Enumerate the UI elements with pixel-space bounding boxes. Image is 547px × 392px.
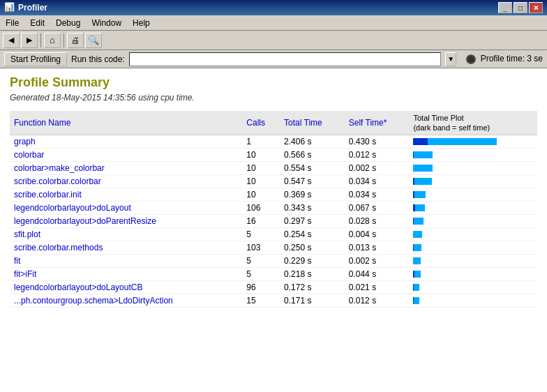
cell-selftime: 0.012 s bbox=[345, 149, 410, 162]
profile-table: Function Name Calls Total Time Self Time… bbox=[10, 111, 537, 308]
cell-funcname: ...ph.contourgroup.schema>LdoDirtyAction bbox=[10, 294, 242, 308]
run-code-label: Run this code: bbox=[71, 54, 125, 64]
home-button[interactable]: ⌂ bbox=[44, 33, 61, 48]
func-link[interactable]: scribe.colorbar.init bbox=[14, 190, 82, 199]
bar-self bbox=[413, 138, 428, 145]
th-selftime: Self Time* bbox=[345, 111, 410, 135]
profile-subtitle: Generated 18-May-2015 14:35:56 using cpu… bbox=[10, 93, 537, 103]
cell-funcname: scribe.colorbar.init bbox=[10, 188, 242, 202]
cell-calls: 103 bbox=[242, 241, 280, 255]
cell-funcname: graph bbox=[10, 135, 242, 149]
cell-selftime: 0.430 s bbox=[345, 135, 410, 149]
func-link[interactable]: scribe.colorbar.colorbar bbox=[14, 176, 101, 186]
func-link[interactable]: colorbar bbox=[14, 150, 44, 160]
cell-calls: 10 bbox=[242, 175, 280, 188]
menu-debug[interactable]: Debug bbox=[50, 17, 86, 29]
start-profiling-button[interactable]: Start Profiling bbox=[4, 52, 67, 66]
maximize-button[interactable]: □ bbox=[514, 2, 527, 13]
table-row: legendcolorbarlayout>doLayoutCB 96 0.172… bbox=[10, 281, 537, 294]
sort-totaltime[interactable]: Total Time bbox=[284, 118, 322, 128]
cell-funcname: legendcolorbarlayout>doLayout bbox=[10, 202, 242, 215]
cell-totaltime: 0.250 s bbox=[280, 241, 345, 255]
bar-self bbox=[413, 297, 414, 304]
cell-totaltime: 0.254 s bbox=[280, 228, 345, 241]
cell-selftime: 0.028 s bbox=[345, 215, 410, 228]
cell-bar bbox=[409, 188, 537, 202]
window-title: Profiler bbox=[18, 3, 498, 13]
cell-calls: 5 bbox=[242, 268, 280, 281]
bar-total bbox=[413, 244, 421, 251]
plot-header-label: Total Time Plot(dark band = self time) bbox=[413, 114, 490, 132]
sort-funcname[interactable]: Function Name bbox=[14, 118, 70, 128]
cell-calls: 10 bbox=[242, 188, 280, 202]
cell-selftime: 0.002 s bbox=[345, 255, 410, 268]
cell-funcname: fit>iFit bbox=[10, 268, 242, 281]
menu-file[interactable]: File bbox=[0, 17, 24, 29]
menu-edit[interactable]: Edit bbox=[24, 17, 50, 29]
find-button[interactable]: 🔍 bbox=[85, 33, 102, 48]
cell-totaltime: 0.343 s bbox=[280, 202, 345, 215]
func-link[interactable]: legendcolorbarlayout>doLayoutCB bbox=[14, 282, 142, 292]
cell-bar bbox=[409, 255, 537, 268]
cell-calls: 96 bbox=[242, 281, 280, 294]
cell-bar bbox=[409, 294, 537, 308]
back-button[interactable]: ◀ bbox=[3, 33, 20, 48]
cell-totaltime: 0.172 s bbox=[280, 281, 345, 294]
title-bar: 📊 Profiler _ □ ✕ bbox=[0, 0, 547, 15]
func-link[interactable]: fit>iFit bbox=[14, 269, 36, 279]
bar-total bbox=[413, 231, 422, 238]
cell-bar bbox=[409, 175, 537, 188]
bar-self bbox=[413, 151, 414, 158]
menu-window[interactable]: Window bbox=[86, 17, 127, 29]
th-totaltime: Total Time bbox=[280, 111, 345, 135]
toolbar-separator-1 bbox=[40, 33, 41, 47]
sort-selftime[interactable]: Self Time* bbox=[349, 118, 387, 128]
func-link[interactable]: sfit.plot bbox=[14, 229, 40, 239]
bar-self bbox=[413, 284, 414, 291]
minimize-button[interactable]: _ bbox=[498, 2, 512, 13]
cell-bar bbox=[409, 135, 537, 149]
bar-self bbox=[413, 204, 415, 211]
cell-totaltime: 0.547 s bbox=[280, 175, 345, 188]
bar-total bbox=[413, 178, 432, 185]
cell-selftime: 0.002 s bbox=[345, 162, 410, 175]
code-input[interactable] bbox=[129, 52, 442, 66]
sort-calls[interactable]: Calls bbox=[246, 118, 265, 128]
func-link[interactable]: ...ph.contourgroup.schema>LdoDirtyAction bbox=[14, 296, 173, 306]
table-row: scribe.colorbar.init 10 0.369 s 0.034 s bbox=[10, 188, 537, 202]
bar-total bbox=[413, 165, 433, 172]
func-link[interactable]: colorbar>make_colorbar bbox=[14, 163, 105, 173]
cell-selftime: 0.021 s bbox=[345, 281, 410, 294]
menu-help[interactable]: Help bbox=[127, 17, 156, 29]
scrollable-content[interactable]: Profile Summary Generated 18-May-2015 14… bbox=[0, 68, 547, 392]
toolbar-separator-2 bbox=[63, 33, 64, 47]
table-row: legendcolorbarlayout>doLayout 106 0.343 … bbox=[10, 202, 537, 215]
forward-button[interactable]: ▶ bbox=[21, 33, 38, 48]
bar-total bbox=[413, 297, 419, 304]
cell-funcname: legendcolorbarlayout>doParentResize bbox=[10, 215, 242, 228]
table-body: graph 1 2.406 s 0.430 s colorbar 10 0.56… bbox=[10, 135, 537, 308]
cell-calls: 10 bbox=[242, 162, 280, 175]
print-button[interactable]: 🖨 bbox=[67, 33, 84, 48]
func-link[interactable]: scribe.colorbar.methods bbox=[14, 243, 103, 252]
cell-bar bbox=[409, 149, 537, 162]
bar-total bbox=[413, 218, 424, 225]
action-bar: Start Profiling Run this code: ▼ Profile… bbox=[0, 50, 547, 68]
cell-bar bbox=[409, 162, 537, 175]
code-dropdown-button[interactable]: ▼ bbox=[445, 52, 456, 66]
toolbar: ◀ ▶ ⌂ 🖨 🔍 bbox=[0, 31, 547, 50]
cell-selftime: 0.004 s bbox=[345, 228, 410, 241]
cell-calls: 106 bbox=[242, 202, 280, 215]
th-calls: Calls bbox=[242, 111, 280, 135]
cell-calls: 16 bbox=[242, 215, 280, 228]
table-row: legendcolorbarlayout>doParentResize 16 0… bbox=[10, 215, 537, 228]
bar-total bbox=[413, 257, 421, 264]
func-link[interactable]: legendcolorbarlayout>doLayout bbox=[14, 203, 131, 213]
func-link[interactable]: legendcolorbarlayout>doParentResize bbox=[14, 216, 156, 226]
cell-selftime: 0.013 s bbox=[345, 241, 410, 255]
close-button[interactable]: ✕ bbox=[529, 2, 543, 13]
func-link[interactable]: fit bbox=[14, 256, 20, 266]
table-row: graph 1 2.406 s 0.430 s bbox=[10, 135, 537, 149]
cell-calls: 1 bbox=[242, 135, 280, 149]
func-link[interactable]: graph bbox=[14, 137, 36, 146]
